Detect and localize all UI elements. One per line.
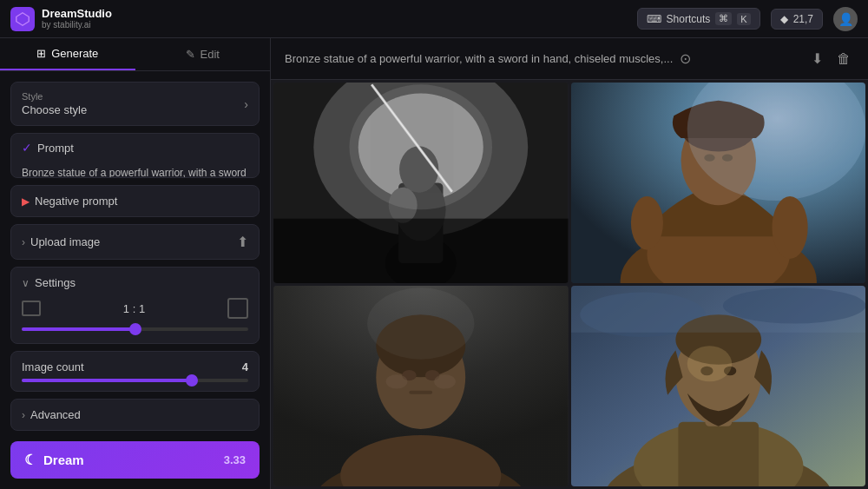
settings-label: Settings [35,276,76,289]
tab-edit[interactable]: ✎ Edit [135,38,271,70]
svg-point-38 [367,287,474,359]
upload-arrow-icon: › [22,236,25,248]
style-selector[interactable]: Style Choose style › [10,82,260,126]
image-cell-4[interactable] [571,286,866,486]
shortcuts-button[interactable]: ⌨ Shortcuts ⌘ K [637,8,760,30]
logo-text: DreamStudio by stability.ai [42,7,112,31]
images-grid [271,80,868,489]
count-slider[interactable] [22,379,248,382]
slider-thumb[interactable] [129,323,141,335]
content-area: Bronze statue of a powerful warrior, wit… [271,38,868,489]
prompt-display: Bronze statue of a powerful warrior, wit… [285,50,808,67]
image-cell-1[interactable] [273,83,569,283]
svg-point-37 [434,374,456,388]
generate-label: Generate [51,47,98,60]
prompt-text[interactable]: Bronze statue of a powerful warrior, wit… [11,162,259,178]
kbd-cmd: ⌘ [715,12,732,25]
credits-value: 21,7 [793,13,813,25]
settings-arrow-icon: ∨ [22,277,30,289]
logo-area: DreamStudio by stability.ai [10,7,112,31]
image-cell-3[interactable] [273,286,569,486]
image-count-section: Image count 4 [10,351,260,392]
adv-arrow-icon: › [22,409,25,421]
count-slider-fill [22,379,192,382]
refresh-icon[interactable]: ⊙ [680,50,691,67]
settings-section: ∨ Settings 1 : 1 [10,267,260,344]
upload-label: Upload image [30,235,100,248]
sidebar: ⊞ Generate ✎ Edit Style Choose style › ✓ [0,38,271,489]
prompt-section: ✓ Prompt Bronze statue of a powerful war… [10,133,260,178]
negative-prompt-label: Negative prompt [35,195,117,208]
main-layout: ⊞ Generate ✎ Edit Style Choose style › ✓ [0,38,868,489]
logo-icon [10,7,35,31]
shortcuts-label: Shortcuts [667,13,711,25]
grid-icon: ⊞ [36,47,46,60]
sidebar-tabs: ⊞ Generate ✎ Edit [0,38,270,71]
diamond-icon: ◆ [780,13,788,25]
settings-header[interactable]: ∨ Settings [22,276,248,289]
image-1 [273,83,569,283]
slider-fill [22,327,135,331]
prompt-header: ✓ Prompt [11,134,259,162]
header-actions: ⌨ Shortcuts ⌘ K ◆ 21,7 👤 [637,7,858,31]
image-4 [571,286,866,486]
aspect-slider[interactable] [22,327,248,331]
aspect-square-icon [227,298,248,319]
content-actions: ⬇ 🗑 [808,47,854,70]
chevron-right-icon: › [244,97,248,111]
image-count-value: 4 [242,360,248,373]
check-icon: ✓ [22,141,32,155]
prompt-title: Prompt [37,142,74,155]
svg-point-24 [772,196,807,259]
dream-button[interactable]: ☾ Dream 3.33 [10,441,260,479]
sidebar-content: Style Choose style › ✓ Prompt Bronze sta… [0,71,270,489]
style-label: Style [22,91,87,102]
svg-point-25 [630,196,662,250]
svg-marker-1 [19,15,27,23]
app-header: DreamStudio by stability.ai ⌨ Shortcuts … [0,0,868,38]
tab-generate[interactable]: ⊞ Generate [0,38,135,70]
app-subtitle: by stability.ai [42,20,112,30]
dream-button-left: ☾ Dream [24,452,84,468]
delete-button[interactable]: 🗑 [833,47,854,70]
svg-rect-13 [273,219,569,283]
slider-track [22,327,248,331]
content-header: Bronze statue of a powerful warrior, wit… [271,38,868,80]
image-2 [571,83,866,283]
style-value: Choose style [22,103,87,116]
svg-rect-51 [571,286,866,333]
dream-label: Dream [43,453,84,467]
count-slider-thumb[interactable] [186,374,198,387]
neg-arrow-icon: ▶ [22,195,30,208]
upload-left: › Upload image [22,235,100,248]
advanced-row[interactable]: › Advanced [10,399,260,431]
dream-cost: 3.33 [224,453,246,466]
style-info: Style Choose style [22,91,87,116]
prompt-display-text: Bronze statue of a powerful warrior, wit… [285,52,673,65]
image-count-label: Image count [22,360,84,373]
svg-point-50 [687,346,731,381]
app-title: DreamStudio [42,7,112,21]
aspect-value: 1 : 1 [123,302,145,315]
svg-point-36 [386,374,408,388]
download-button[interactable]: ⬇ [808,47,826,70]
advanced-label: Advanced [30,408,81,421]
svg-rect-44 [678,422,759,486]
edit-icon: ✎ [186,48,195,61]
aspect-ratio-row: 1 : 1 [22,298,248,319]
upload-icon: ⬆ [237,234,248,250]
moon-icon: ☾ [24,452,36,468]
upload-image-row[interactable]: › Upload image ⬆ [10,224,260,260]
svg-rect-35 [409,391,432,394]
user-icon: 👤 [838,12,853,26]
avatar[interactable]: 👤 [833,7,858,31]
credits-display: ◆ 21,7 [771,9,823,30]
aspect-landscape-icon [22,301,41,316]
keyboard-icon: ⌨ [647,13,661,25]
svg-point-12 [349,84,492,209]
image-3 [273,286,569,486]
negative-prompt-row[interactable]: ▶ Negative prompt [10,185,260,217]
kbd-k: K [737,13,750,25]
image-cell-2[interactable] [571,83,866,283]
edit-label: Edit [201,48,220,61]
